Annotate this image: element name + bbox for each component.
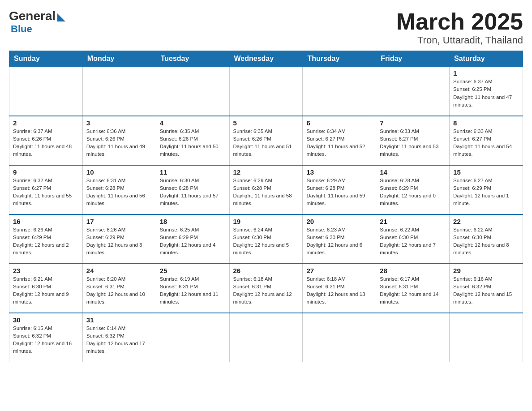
day-number: 30 bbox=[13, 316, 79, 324]
day-number: 13 bbox=[306, 168, 372, 176]
calendar-cell bbox=[156, 313, 229, 362]
day-number: 27 bbox=[306, 267, 372, 274]
logo: General Blue bbox=[9, 9, 65, 35]
day-number: 14 bbox=[380, 168, 446, 176]
day-number: 5 bbox=[233, 119, 299, 127]
day-info: Sunrise: 6:28 AMSunset: 6:29 PMDaylight:… bbox=[380, 177, 446, 208]
day-info: Sunrise: 6:18 AMSunset: 6:31 PMDaylight:… bbox=[233, 275, 299, 306]
calendar-cell: 15Sunrise: 6:27 AMSunset: 6:29 PMDayligh… bbox=[450, 165, 523, 214]
day-info: Sunrise: 6:18 AMSunset: 6:31 PMDaylight:… bbox=[306, 275, 372, 306]
calendar-cell bbox=[376, 67, 450, 116]
calendar-week-row: 1Sunrise: 6:37 AMSunset: 6:25 PMDaylight… bbox=[9, 67, 523, 116]
day-number: 31 bbox=[86, 316, 152, 324]
calendar-cell: 21Sunrise: 6:22 AMSunset: 6:30 PMDayligh… bbox=[376, 214, 450, 264]
day-info: Sunrise: 6:34 AMSunset: 6:27 PMDaylight:… bbox=[306, 128, 372, 158]
day-info: Sunrise: 6:33 AMSunset: 6:27 PMDaylight:… bbox=[380, 128, 446, 158]
calendar-cell: 18Sunrise: 6:25 AMSunset: 6:29 PMDayligh… bbox=[156, 214, 229, 264]
day-info: Sunrise: 6:23 AMSunset: 6:30 PMDaylight:… bbox=[306, 226, 372, 257]
day-number: 29 bbox=[453, 267, 519, 274]
weekday-header-sunday: Sunday bbox=[9, 51, 83, 67]
logo-triangle-icon bbox=[57, 13, 65, 21]
calendar-cell bbox=[82, 67, 156, 116]
calendar-cell: 29Sunrise: 6:16 AMSunset: 6:32 PMDayligh… bbox=[450, 264, 523, 313]
calendar-table: SundayMondayTuesdayWednesdayThursdayFrid… bbox=[9, 51, 523, 362]
day-info: Sunrise: 6:15 AMSunset: 6:32 PMDaylight:… bbox=[13, 325, 79, 355]
weekday-header-wednesday: Wednesday bbox=[229, 51, 303, 67]
calendar-week-row: 23Sunrise: 6:21 AMSunset: 6:30 PMDayligh… bbox=[9, 264, 523, 313]
day-number: 20 bbox=[306, 218, 372, 225]
day-number: 21 bbox=[380, 218, 446, 225]
calendar-cell: 28Sunrise: 6:17 AMSunset: 6:31 PMDayligh… bbox=[376, 264, 450, 313]
day-info: Sunrise: 6:24 AMSunset: 6:30 PMDaylight:… bbox=[233, 226, 299, 257]
calendar-cell bbox=[450, 313, 523, 362]
day-number: 25 bbox=[160, 267, 226, 274]
calendar-cell: 2Sunrise: 6:37 AMSunset: 6:26 PMDaylight… bbox=[9, 116, 83, 165]
calendar-cell: 16Sunrise: 6:26 AMSunset: 6:29 PMDayligh… bbox=[9, 214, 83, 264]
day-number: 12 bbox=[233, 168, 299, 176]
day-info: Sunrise: 6:32 AMSunset: 6:27 PMDaylight:… bbox=[13, 177, 79, 208]
calendar-week-row: 16Sunrise: 6:26 AMSunset: 6:29 PMDayligh… bbox=[9, 214, 523, 264]
calendar-cell bbox=[303, 313, 376, 362]
calendar-cell: 17Sunrise: 6:26 AMSunset: 6:29 PMDayligh… bbox=[82, 214, 156, 264]
calendar-cell: 4Sunrise: 6:35 AMSunset: 6:26 PMDaylight… bbox=[156, 116, 229, 165]
calendar-week-row: 30Sunrise: 6:15 AMSunset: 6:32 PMDayligh… bbox=[9, 313, 523, 362]
calendar-cell bbox=[156, 67, 229, 116]
weekday-header-monday: Monday bbox=[82, 51, 156, 67]
day-info: Sunrise: 6:14 AMSunset: 6:32 PMDaylight:… bbox=[86, 325, 152, 355]
title-block: March 2025 Tron, Uttaradit, Thailand bbox=[396, 9, 523, 46]
day-number: 11 bbox=[160, 168, 226, 176]
calendar-cell: 24Sunrise: 6:20 AMSunset: 6:31 PMDayligh… bbox=[82, 264, 156, 313]
logo-general-text: General bbox=[9, 9, 56, 23]
day-info: Sunrise: 6:22 AMSunset: 6:30 PMDaylight:… bbox=[380, 226, 446, 257]
day-info: Sunrise: 6:22 AMSunset: 6:30 PMDaylight:… bbox=[453, 226, 519, 257]
calendar-cell: 14Sunrise: 6:28 AMSunset: 6:29 PMDayligh… bbox=[376, 165, 450, 214]
day-info: Sunrise: 6:30 AMSunset: 6:28 PMDaylight:… bbox=[160, 177, 226, 208]
calendar-cell: 3Sunrise: 6:36 AMSunset: 6:26 PMDaylight… bbox=[82, 116, 156, 165]
calendar-cell: 13Sunrise: 6:29 AMSunset: 6:28 PMDayligh… bbox=[303, 165, 376, 214]
calendar-cell: 25Sunrise: 6:19 AMSunset: 6:31 PMDayligh… bbox=[156, 264, 229, 313]
day-number: 8 bbox=[453, 119, 519, 127]
day-info: Sunrise: 6:36 AMSunset: 6:26 PMDaylight:… bbox=[86, 128, 152, 158]
calendar-cell: 30Sunrise: 6:15 AMSunset: 6:32 PMDayligh… bbox=[9, 313, 83, 362]
day-info: Sunrise: 6:16 AMSunset: 6:32 PMDaylight:… bbox=[453, 275, 519, 306]
calendar-cell bbox=[376, 313, 450, 362]
day-info: Sunrise: 6:37 AMSunset: 6:25 PMDaylight:… bbox=[453, 78, 519, 109]
day-info: Sunrise: 6:31 AMSunset: 6:28 PMDaylight:… bbox=[86, 177, 152, 208]
day-number: 4 bbox=[160, 119, 226, 127]
weekday-header-saturday: Saturday bbox=[450, 51, 523, 67]
day-number: 10 bbox=[86, 168, 152, 176]
calendar-cell: 26Sunrise: 6:18 AMSunset: 6:31 PMDayligh… bbox=[229, 264, 303, 313]
day-info: Sunrise: 6:20 AMSunset: 6:31 PMDaylight:… bbox=[86, 275, 152, 306]
weekday-header-thursday: Thursday bbox=[303, 51, 376, 67]
day-info: Sunrise: 6:35 AMSunset: 6:26 PMDaylight:… bbox=[233, 128, 299, 158]
day-info: Sunrise: 6:33 AMSunset: 6:27 PMDaylight:… bbox=[453, 128, 519, 158]
page-header: General Blue March 2025 Tron, Uttaradit,… bbox=[9, 9, 523, 46]
day-info: Sunrise: 6:35 AMSunset: 6:26 PMDaylight:… bbox=[160, 128, 226, 158]
day-number: 22 bbox=[453, 218, 519, 225]
calendar-cell: 5Sunrise: 6:35 AMSunset: 6:26 PMDaylight… bbox=[229, 116, 303, 165]
day-info: Sunrise: 6:29 AMSunset: 6:28 PMDaylight:… bbox=[233, 177, 299, 208]
calendar-cell: 1Sunrise: 6:37 AMSunset: 6:25 PMDaylight… bbox=[450, 67, 523, 116]
day-number: 17 bbox=[86, 218, 152, 225]
day-number: 9 bbox=[13, 168, 79, 176]
day-number: 28 bbox=[380, 267, 446, 274]
calendar-cell: 19Sunrise: 6:24 AMSunset: 6:30 PMDayligh… bbox=[229, 214, 303, 264]
day-number: 18 bbox=[160, 218, 226, 225]
day-info: Sunrise: 6:26 AMSunset: 6:29 PMDaylight:… bbox=[86, 226, 152, 257]
calendar-cell: 6Sunrise: 6:34 AMSunset: 6:27 PMDaylight… bbox=[303, 116, 376, 165]
calendar-cell: 8Sunrise: 6:33 AMSunset: 6:27 PMDaylight… bbox=[450, 116, 523, 165]
weekday-header-friday: Friday bbox=[376, 51, 450, 67]
logo-blue-text: Blue bbox=[11, 23, 32, 35]
day-info: Sunrise: 6:27 AMSunset: 6:29 PMDaylight:… bbox=[453, 177, 519, 208]
calendar-cell: 23Sunrise: 6:21 AMSunset: 6:30 PMDayligh… bbox=[9, 264, 83, 313]
day-info: Sunrise: 6:29 AMSunset: 6:28 PMDaylight:… bbox=[306, 177, 372, 208]
day-info: Sunrise: 6:17 AMSunset: 6:31 PMDaylight:… bbox=[380, 275, 446, 306]
day-number: 23 bbox=[13, 267, 79, 274]
day-info: Sunrise: 6:25 AMSunset: 6:29 PMDaylight:… bbox=[160, 226, 226, 257]
day-number: 7 bbox=[380, 119, 446, 127]
calendar-cell bbox=[303, 67, 376, 116]
day-number: 6 bbox=[306, 119, 372, 127]
calendar-cell: 31Sunrise: 6:14 AMSunset: 6:32 PMDayligh… bbox=[82, 313, 156, 362]
calendar-cell: 11Sunrise: 6:30 AMSunset: 6:28 PMDayligh… bbox=[156, 165, 229, 214]
day-info: Sunrise: 6:21 AMSunset: 6:30 PMDaylight:… bbox=[13, 275, 79, 306]
